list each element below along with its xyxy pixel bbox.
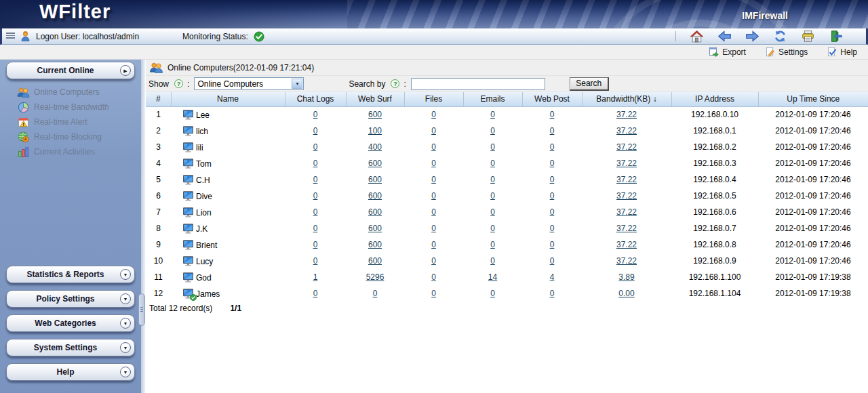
menu-grip-icon[interactable] xyxy=(6,33,15,40)
files-link[interactable]: 0 xyxy=(431,256,436,266)
sidebar-item-real-time-alert[interactable]: Real-time Alert xyxy=(6,115,135,129)
column-header-bandwidth-kb[interactable]: Bandwidth(KB) ↓ xyxy=(582,92,671,106)
column-header-ip-address[interactable]: IP Address xyxy=(671,92,758,106)
bandwidth-link[interactable]: 0.00 xyxy=(618,289,634,298)
splitter-handle[interactable] xyxy=(138,293,145,326)
chat-logs-link[interactable]: 1 xyxy=(313,272,318,282)
sidebar-section-policy-settings[interactable]: Policy Settings▼ xyxy=(6,290,135,308)
web-surf-link[interactable]: 600 xyxy=(368,240,382,249)
search-input[interactable] xyxy=(411,78,545,90)
web-post-link[interactable]: 0 xyxy=(550,110,555,119)
chevron-down-icon[interactable]: ▼ xyxy=(120,318,131,329)
bandwidth-link[interactable]: 37.22 xyxy=(616,240,637,249)
web-post-link[interactable]: 0 xyxy=(550,240,555,249)
web-post-link[interactable]: 0 xyxy=(550,159,555,168)
logout-icon[interactable] xyxy=(829,30,843,43)
files-link[interactable]: 0 xyxy=(431,110,436,119)
files-link[interactable]: 0 xyxy=(431,289,436,298)
sidebar-item-real-time-bandwidth[interactable]: Real-time Bandwidth xyxy=(6,100,135,115)
sidebar-section-system-settings[interactable]: System Settings▼ xyxy=(6,339,135,356)
chat-logs-link[interactable]: 0 xyxy=(313,207,318,217)
emails-link[interactable]: 0 xyxy=(490,289,495,298)
web-surf-link[interactable]: 600 xyxy=(368,159,382,168)
files-link[interactable]: 0 xyxy=(431,142,436,152)
emails-link[interactable]: 0 xyxy=(490,224,495,233)
chevron-down-icon[interactable]: ▼ xyxy=(120,342,131,353)
emails-link[interactable]: 0 xyxy=(490,207,495,217)
files-link[interactable]: 0 xyxy=(431,240,436,249)
web-surf-link[interactable]: 600 xyxy=(368,207,382,217)
files-link[interactable]: 0 xyxy=(431,272,436,282)
chevron-down-icon[interactable]: ▼ xyxy=(120,293,131,304)
column-header-up-time-since[interactable]: Up Time Since xyxy=(758,92,868,106)
chat-logs-link[interactable]: 0 xyxy=(313,256,318,266)
print-icon[interactable] xyxy=(801,30,815,43)
bandwidth-link[interactable]: 37.22 xyxy=(616,224,637,233)
emails-link[interactable]: 14 xyxy=(488,272,497,282)
bandwidth-link[interactable]: 37.22 xyxy=(616,207,637,217)
column-header-files[interactable]: Files xyxy=(404,92,463,106)
web-surf-link[interactable]: 600 xyxy=(368,191,382,201)
chat-logs-link[interactable]: 0 xyxy=(313,159,318,168)
web-post-link[interactable]: 0 xyxy=(550,142,555,152)
help-button[interactable]: Help xyxy=(827,47,857,57)
bandwidth-link[interactable]: 37.22 xyxy=(616,126,637,136)
chat-logs-link[interactable]: 0 xyxy=(313,240,318,249)
files-link[interactable]: 0 xyxy=(431,207,436,217)
column-header-chat-logs[interactable]: Chat Logs xyxy=(285,92,346,106)
emails-link[interactable]: 0 xyxy=(490,110,495,119)
web-surf-link[interactable]: 400 xyxy=(368,142,382,152)
web-post-link[interactable]: 0 xyxy=(550,256,555,266)
web-post-link[interactable]: 4 xyxy=(550,272,555,282)
chat-logs-link[interactable]: 0 xyxy=(313,191,318,201)
files-link[interactable]: 0 xyxy=(431,191,436,201)
emails-link[interactable]: 0 xyxy=(490,142,495,152)
sidebar-section-statistics-reports[interactable]: Statistics & Reports▼ xyxy=(6,266,135,283)
chat-logs-link[interactable]: 0 xyxy=(313,224,318,233)
emails-link[interactable]: 0 xyxy=(490,240,495,249)
bandwidth-link[interactable]: 37.22 xyxy=(616,159,637,168)
files-link[interactable]: 0 xyxy=(431,159,436,168)
web-surf-link[interactable]: 100 xyxy=(368,126,382,136)
files-link[interactable]: 0 xyxy=(431,126,436,136)
web-post-link[interactable]: 0 xyxy=(550,126,555,136)
web-post-link[interactable]: 0 xyxy=(550,175,555,184)
web-post-link[interactable]: 0 xyxy=(550,224,555,233)
column-header-name[interactable]: Name xyxy=(171,92,285,106)
bandwidth-link[interactable]: 37.22 xyxy=(616,142,637,152)
bandwidth-link[interactable]: 37.22 xyxy=(616,256,637,266)
emails-link[interactable]: 0 xyxy=(490,191,495,201)
web-surf-link[interactable]: 600 xyxy=(368,256,382,266)
web-post-link[interactable]: 0 xyxy=(550,207,555,217)
chat-logs-link[interactable]: 0 xyxy=(313,126,318,136)
sidebar-item-online-computers[interactable]: Online Computers xyxy=(6,85,135,100)
sidebar-section-help[interactable]: Help▼ xyxy=(6,363,135,381)
settings-button[interactable]: Settings xyxy=(765,47,808,57)
chat-logs-link[interactable]: 0 xyxy=(313,289,318,298)
sidebar-item-current-activities[interactable]: Current Activities xyxy=(6,144,135,159)
files-link[interactable]: 0 xyxy=(431,224,436,233)
web-post-link[interactable]: 0 xyxy=(550,289,555,298)
bandwidth-link[interactable]: 37.22 xyxy=(616,110,637,119)
web-surf-link[interactable]: 600 xyxy=(368,110,382,119)
chevron-down-icon[interactable]: ▼ xyxy=(292,79,302,89)
emails-link[interactable]: 0 xyxy=(490,256,495,266)
chat-logs-link[interactable]: 0 xyxy=(313,142,318,152)
web-surf-link[interactable]: 5296 xyxy=(366,272,384,282)
bandwidth-link[interactable]: 37.22 xyxy=(616,175,637,184)
refresh-icon[interactable] xyxy=(773,30,787,43)
chat-logs-link[interactable]: 0 xyxy=(313,110,318,119)
sidebar-section-web-categories[interactable]: Web Categories▼ xyxy=(6,314,135,332)
chat-logs-link[interactable]: 0 xyxy=(313,175,318,184)
bandwidth-link[interactable]: 37.22 xyxy=(616,191,637,201)
help-question-icon[interactable]: ? xyxy=(391,79,399,88)
export-button[interactable]: Export xyxy=(709,47,746,57)
help-question-icon[interactable]: ? xyxy=(174,79,183,88)
column-header-emails[interactable]: Emails xyxy=(463,92,522,106)
web-surf-link[interactable]: 0 xyxy=(373,289,378,298)
emails-link[interactable]: 0 xyxy=(490,159,495,168)
back-arrow-icon[interactable] xyxy=(717,30,732,43)
sidebar-section-current-online[interactable]: Current Online ▶ xyxy=(6,62,135,79)
emails-link[interactable]: 0 xyxy=(490,126,495,136)
web-surf-link[interactable]: 600 xyxy=(368,224,382,233)
